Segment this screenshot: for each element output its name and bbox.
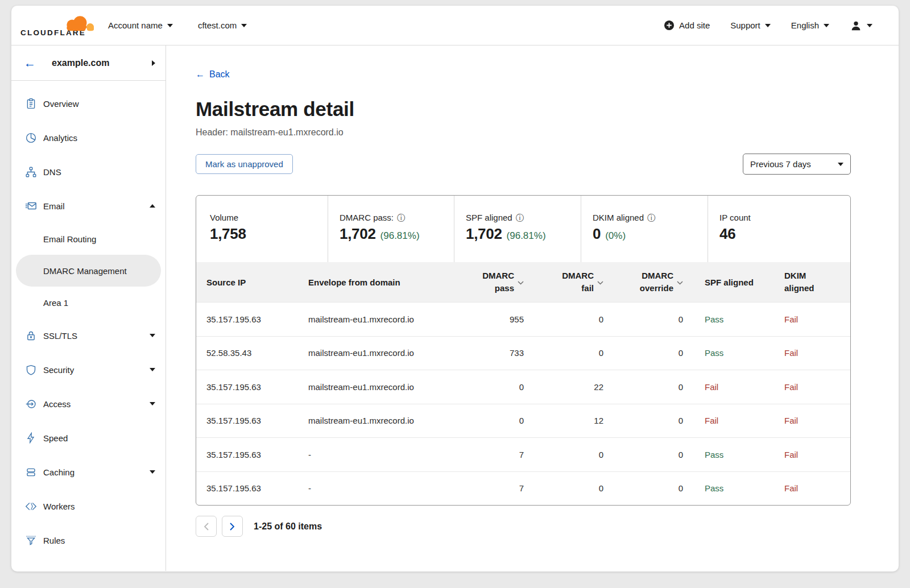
sidebar-item-label: Security	[43, 365, 74, 375]
table-row[interactable]: 35.157.195.63 - 7 0 0 Pass Fail	[196, 437, 850, 471]
cell-dkim-aligned: Fail	[784, 483, 850, 493]
sidebar-item-dmarc-management[interactable]: DMARC Management	[16, 255, 161, 287]
date-range-select[interactable]: Previous 7 days	[743, 154, 851, 175]
stat-percent: (0%)	[605, 230, 626, 242]
sidebar-item-rules[interactable]: Rules	[16, 523, 161, 557]
sidebar-item-dns[interactable]: DNS	[16, 155, 161, 189]
stat-value: 46	[719, 225, 735, 243]
previous-page-button[interactable]	[196, 516, 217, 537]
info-icon[interactable]: ⓘ	[397, 214, 405, 222]
language-menu[interactable]: English	[791, 20, 829, 30]
site-menu[interactable]: cftest.com	[198, 20, 247, 30]
stat-label: DMARC pass:	[340, 213, 394, 222]
sidebar-item-analytics[interactable]: Analytics	[16, 121, 161, 155]
cell-dmarc-override: 0	[608, 416, 688, 425]
sort-chevron-icon[interactable]	[518, 281, 524, 285]
table-row[interactable]: 52.58.35.43 mailstream-eu1.mxrecord.io 7…	[196, 336, 850, 370]
chevron-down-icon	[824, 24, 829, 27]
padlock-icon	[24, 329, 38, 342]
top-navigation-bar: CLOUDFLARE Account name cftest.com Add s…	[11, 6, 899, 45]
cell-source-ip: 35.157.195.63	[196, 314, 308, 324]
sidebar-item-label: DNS	[43, 167, 61, 177]
cache-icon	[24, 465, 38, 479]
info-icon[interactable]: ⓘ	[516, 214, 524, 222]
pie-chart-icon	[24, 131, 38, 144]
column-header-spf-aligned: SPF aligned	[688, 278, 784, 287]
support-menu[interactable]: Support	[730, 20, 771, 30]
back-arrow-icon[interactable]: ←	[24, 57, 36, 69]
chevron-down-icon	[150, 402, 155, 405]
bolt-icon	[24, 431, 38, 445]
app-window: CLOUDFLARE Account name cftest.com Add s…	[11, 6, 899, 572]
sidebar-item-overview[interactable]: Overview	[16, 86, 161, 121]
cell-dmarc-fail: 0	[528, 348, 608, 358]
main-content: ← Back Mailstream detail Header: mailstr…	[166, 45, 899, 571]
sort-chevron-icon[interactable]	[677, 281, 683, 285]
sidebar-item-area-1[interactable]: Area 1	[16, 287, 161, 318]
topbar-right-group: Add site Support English	[664, 19, 899, 32]
account-menu[interactable]: Account name	[108, 20, 173, 30]
cell-spf-aligned: Fail	[688, 416, 784, 425]
circle-plus-icon	[664, 20, 675, 31]
sidebar-item-label: Email Routing	[43, 234, 96, 244]
user-account-menu[interactable]	[850, 19, 872, 32]
email-icon	[24, 199, 38, 213]
sidebar-item-email[interactable]: Email	[16, 189, 161, 223]
stat-value: 0	[593, 225, 601, 243]
sidebar-item-caching[interactable]: Caching	[16, 455, 161, 489]
table-row[interactable]: 35.157.195.63 mailstream-eu1.mxrecord.io…	[196, 302, 850, 336]
stat-label: SPF aligned	[466, 213, 512, 222]
column-header-dmarc-pass[interactable]: DMARC pass	[445, 270, 528, 295]
sidebar-item-label: Overview	[43, 99, 79, 109]
funnel-icon	[24, 533, 38, 547]
column-header-dmarc-fail[interactable]: DMARC fail	[528, 270, 608, 295]
stat-value: 1,758	[210, 225, 246, 243]
info-icon[interactable]: ⓘ	[647, 214, 655, 222]
sort-chevron-icon[interactable]	[597, 281, 603, 285]
column-header-envelope-from-domain: Envelope from domain	[308, 278, 445, 287]
chevron-down-icon	[867, 24, 872, 27]
sidebar-item-label: Caching	[43, 467, 75, 477]
cell-spf-aligned: Pass	[688, 314, 784, 324]
stat-percent: (96.81%)	[507, 230, 546, 242]
cloudflare-cloud-icon	[60, 15, 96, 32]
cell-dmarc-override: 0	[608, 348, 688, 358]
table-row[interactable]: 35.157.195.63 mailstream-eu1.mxrecord.io…	[196, 370, 850, 404]
cell-envelope-from: mailstream-eu1.mxrecord.io	[308, 348, 445, 358]
table-row[interactable]: 35.157.195.63 mailstream-eu1.mxrecord.io…	[196, 404, 850, 438]
stat-label: Volume	[210, 213, 238, 222]
mark-as-unapproved-button[interactable]: Mark as unapproved	[196, 154, 293, 174]
sidebar-site-name: example.com	[52, 58, 109, 68]
chevron-down-icon	[241, 24, 247, 27]
column-header-dmarc-override[interactable]: DMARC override	[608, 270, 688, 295]
cell-spf-aligned: Pass	[688, 450, 784, 459]
cell-dkim-aligned: Fail	[784, 450, 850, 459]
cell-envelope-from: mailstream-eu1.mxrecord.io	[308, 416, 445, 425]
cloudflare-logo[interactable]: CLOUDFLARE	[20, 14, 91, 37]
page-title: Mailstream detail	[196, 98, 899, 121]
sidebar-item-speed[interactable]: Speed	[16, 421, 161, 455]
cell-envelope-from: -	[308, 483, 445, 493]
cell-dmarc-pass: 0	[445, 382, 528, 392]
mailstream-panel: Volume 1,758 DMARC pass:ⓘ 1,702(96.81%) …	[196, 195, 851, 506]
back-link[interactable]: ← Back	[196, 69, 230, 80]
add-site-button[interactable]: Add site	[664, 20, 710, 31]
column-header-source-ip: Source IP	[196, 278, 308, 287]
sidebar-item-ssl-tls[interactable]: SSL/TLS	[16, 318, 161, 353]
sidebar-item-access[interactable]: Access	[16, 387, 161, 421]
sidebar-site-header: ← example.com	[11, 45, 166, 81]
chevron-right-icon[interactable]	[152, 60, 155, 66]
cell-envelope-from: -	[308, 450, 445, 459]
table-row[interactable]: 35.157.195.63 - 7 0 0 Pass Fail	[196, 471, 850, 506]
stat-label: IP count	[719, 213, 751, 222]
cell-spf-aligned: Pass	[688, 348, 784, 358]
pagination: 1-25 of 60 items	[196, 516, 899, 537]
sidebar-item-email-routing[interactable]: Email Routing	[16, 223, 161, 255]
cell-dmarc-fail: 12	[528, 416, 608, 425]
sidebar-item-label: Analytics	[43, 133, 77, 143]
actions-row: Mark as unapproved Previous 7 days	[196, 154, 851, 175]
sidebar-item-workers[interactable]: Workers	[16, 489, 161, 523]
next-page-button[interactable]	[222, 516, 243, 537]
stat-value: 1,702	[466, 225, 502, 243]
sidebar-item-security[interactable]: Security	[16, 353, 161, 387]
